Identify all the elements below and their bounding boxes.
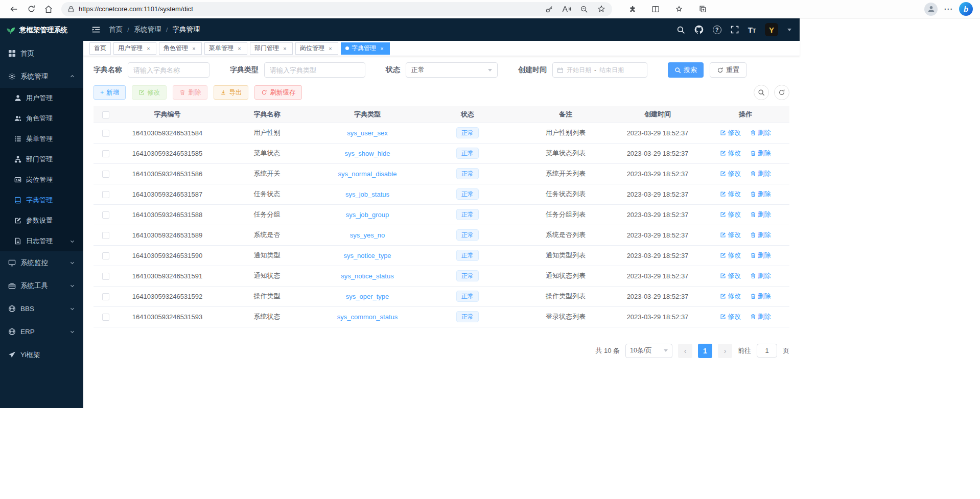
row-edit-link[interactable]: 修改: [720, 189, 741, 199]
page-size-select[interactable]: 10条/页: [625, 344, 672, 358]
zoom-out-icon[interactable]: [575, 2, 593, 16]
split-screen-icon[interactable]: [647, 2, 664, 16]
sidebar-item-menus[interactable]: 菜单管理: [0, 129, 83, 149]
dict-type-link[interactable]: sys_common_status: [337, 313, 398, 321]
browser-back-button[interactable]: [5, 2, 22, 16]
row-checkbox[interactable]: [102, 150, 109, 157]
dict-type-link[interactable]: sys_job_group: [346, 211, 389, 219]
sidebar-item-dict[interactable]: 字典管理: [0, 190, 83, 210]
row-edit-link[interactable]: 修改: [720, 169, 741, 178]
row-delete-link[interactable]: 删除: [750, 251, 771, 260]
sidebar-item-posts[interactable]: 岗位管理: [0, 170, 83, 190]
sidebar-item-departments[interactable]: 部门管理: [0, 149, 83, 170]
row-delete-link[interactable]: 删除: [750, 230, 771, 240]
row-checkbox[interactable]: [102, 191, 109, 198]
row-edit-link[interactable]: 修改: [720, 251, 741, 260]
prev-page-button[interactable]: ‹: [678, 344, 692, 358]
profile-avatar[interactable]: [924, 3, 938, 16]
url-text[interactable]: https://ccnetcore.com:1101/system/dict: [79, 5, 541, 13]
sidebar-item-erp[interactable]: ERP: [0, 320, 83, 343]
tab-close-icon[interactable]: ×: [145, 45, 152, 52]
tab-role-mgmt[interactable]: 角色管理×: [159, 42, 202, 55]
add-button[interactable]: + 新增: [94, 85, 126, 100]
sidebar-item-monitor[interactable]: 系统监控: [0, 251, 83, 274]
row-delete-link[interactable]: 删除: [750, 210, 771, 219]
dict-type-link[interactable]: sys_job_status: [345, 191, 389, 198]
read-aloud-icon[interactable]: [558, 2, 575, 16]
refresh-cache-button[interactable]: 刷新缓存: [254, 85, 302, 100]
tab-home[interactable]: 首页: [89, 42, 111, 55]
dict-type-link[interactable]: sys_yes_no: [350, 231, 385, 239]
row-edit-link[interactable]: 修改: [720, 128, 741, 137]
dict-type-input[interactable]: [264, 62, 365, 78]
row-delete-link[interactable]: 删除: [750, 271, 771, 280]
export-button[interactable]: 导出: [214, 85, 248, 100]
collections-icon[interactable]: [694, 2, 711, 16]
row-edit-link[interactable]: 修改: [720, 210, 741, 219]
collapse-sidebar-button[interactable]: [91, 25, 101, 34]
breadcrumb-home[interactable]: 首页: [109, 25, 123, 34]
sidebar-item-logs[interactable]: 日志管理: [0, 231, 83, 251]
row-delete-link[interactable]: 删除: [750, 169, 771, 178]
address-bar[interactable]: https://ccnetcore.com:1101/system/dict: [61, 2, 612, 16]
github-link[interactable]: [694, 25, 704, 34]
dict-type-link[interactable]: sys_oper_type: [346, 293, 389, 300]
search-button[interactable]: 搜索: [668, 62, 704, 78]
dict-type-link[interactable]: sys_notice_type: [343, 252, 391, 259]
edit-button[interactable]: 修改: [132, 85, 167, 100]
tab-dict-mgmt[interactable]: 字典管理×: [341, 42, 390, 55]
header-search-button[interactable]: [676, 26, 685, 34]
row-edit-link[interactable]: 修改: [720, 312, 741, 321]
tab-close-icon[interactable]: ×: [236, 45, 243, 52]
row-delete-link[interactable]: 删除: [750, 189, 771, 199]
sidebar-item-yi-framework[interactable]: Yi框架: [0, 343, 83, 366]
select-all-checkbox[interactable]: [102, 111, 109, 118]
delete-button[interactable]: 删除: [173, 85, 207, 100]
sidebar-item-system-mgmt[interactable]: 系统管理: [0, 65, 83, 88]
sidebar-item-users[interactable]: 用户管理: [0, 88, 83, 108]
password-key-icon[interactable]: [541, 2, 558, 16]
add-favorite-star-icon[interactable]: [593, 2, 610, 16]
row-checkbox[interactable]: [102, 211, 109, 219]
sidebar-item-roles[interactable]: 角色管理: [0, 108, 83, 129]
row-edit-link[interactable]: 修改: [720, 230, 741, 240]
user-logo-avatar[interactable]: Y: [765, 23, 778, 36]
current-page-button[interactable]: 1: [698, 344, 712, 358]
favorites-star-icon[interactable]: [670, 2, 688, 16]
browser-refresh-button[interactable]: [22, 2, 40, 16]
row-checkbox[interactable]: [102, 171, 109, 178]
tab-close-icon[interactable]: ×: [327, 45, 334, 52]
row-checkbox[interactable]: [102, 130, 109, 137]
dict-type-link[interactable]: sys_normal_disable: [338, 170, 397, 178]
tab-user-mgmt[interactable]: 用户管理×: [113, 42, 156, 55]
sidebar-item-params[interactable]: 参数设置: [0, 210, 83, 231]
row-delete-link[interactable]: 删除: [750, 128, 771, 137]
dict-name-input[interactable]: [128, 62, 209, 78]
reset-button[interactable]: 重置: [710, 62, 746, 78]
goto-page-input[interactable]: [757, 344, 777, 358]
breadcrumb-system[interactable]: 系统管理: [134, 25, 161, 34]
row-checkbox[interactable]: [102, 273, 109, 280]
tab-menu-mgmt[interactable]: 菜单管理×: [204, 42, 247, 55]
refresh-table-button[interactable]: [774, 85, 789, 100]
status-select[interactable]: 正常: [406, 62, 498, 78]
sidebar-item-home[interactable]: 首页: [0, 42, 83, 65]
row-delete-link[interactable]: 删除: [750, 312, 771, 321]
fullscreen-button[interactable]: [731, 26, 739, 34]
row-checkbox[interactable]: [102, 293, 109, 300]
tab-close-icon[interactable]: ×: [191, 45, 197, 52]
row-edit-link[interactable]: 修改: [720, 271, 741, 280]
tab-dept-mgmt[interactable]: 部门管理×: [250, 42, 293, 55]
browser-settings-more-icon[interactable]: ⋯: [944, 4, 953, 14]
tab-close-icon[interactable]: ×: [379, 45, 385, 52]
dict-type-link[interactable]: sys_show_hide: [345, 150, 390, 157]
row-delete-link[interactable]: 删除: [750, 149, 771, 158]
next-page-button[interactable]: ›: [718, 344, 732, 358]
sidebar-item-bbs[interactable]: BBS: [0, 297, 83, 320]
row-edit-link[interactable]: 修改: [720, 149, 741, 158]
chevron-down-icon[interactable]: [787, 29, 791, 31]
browser-home-button[interactable]: [40, 2, 57, 16]
bing-sidebar-icon[interactable]: b: [959, 2, 973, 16]
date-range-picker[interactable]: 开始日期 - 结束日期: [552, 62, 647, 78]
help-icon[interactable]: ?: [713, 26, 721, 34]
